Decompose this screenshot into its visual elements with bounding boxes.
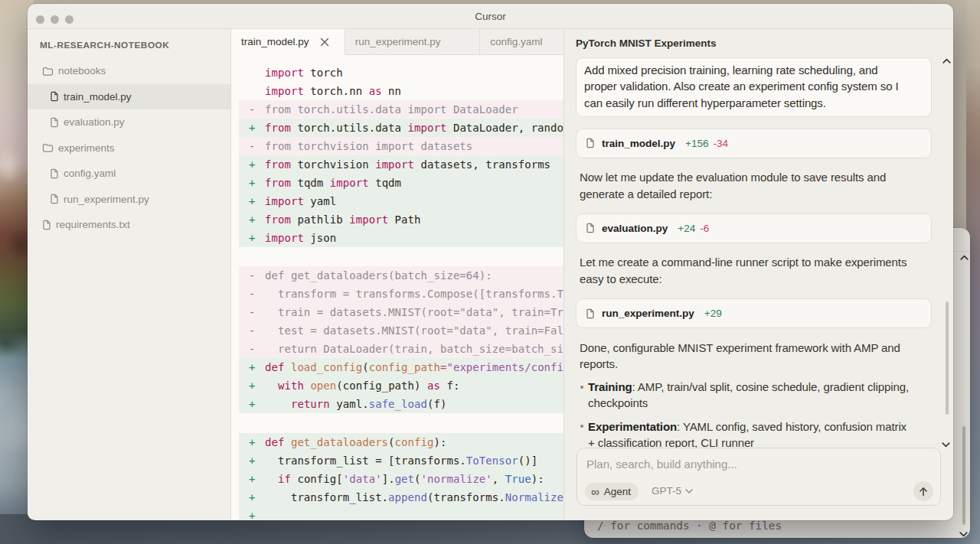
sidebar-item-evaluation-py[interactable]: evaluation.py [28,109,230,135]
file-explorer: ML-RESEARCH-NOTEBOOK notebookstrain_mode… [28,29,231,520]
file-diff-chip-run-experiment-py[interactable]: run_experiment.py+29 [576,298,932,328]
chat-input-box[interactable]: Plan, search, build anything... ∞ Agent … [577,448,941,506]
diff-marker: + [249,210,255,229]
diff-added-line: +def load_config(config_path="experiment… [239,358,564,376]
diff-added-line: + transform_list = [transforms.ToTensor(… [239,451,564,470]
titlebar[interactable]: Cursor [28,4,953,29]
file-icon [586,223,595,233]
code-text: transform = transforms.Compose([transfor… [265,285,564,303]
sidebar-item-experiments[interactable]: experiments [28,135,230,161]
code-text: from torchvision import datasets [265,137,472,155]
chip-filename: evaluation.py [602,223,668,234]
tab-bar: train_model.pyrun_experiment.pyconfig.ya… [231,29,564,55]
sidebar-item-label: notebooks [58,65,106,77]
lines-added-count: +156 [685,138,708,149]
chat-panel: PyTorch MNIST Experiments Add mixed prec… [564,29,953,520]
model-selector[interactable]: GPT-5 [652,485,693,497]
file-diff-chip-train-model-py[interactable]: train_model.py+156-34 [576,129,932,158]
diff-marker: + [249,119,255,137]
code-text: def load_config(config_path="experiments… [265,358,564,376]
assistant-message: Now let me update the evaluation module … [576,169,932,202]
bullet-item: Experimentation: YAML config, saved hist… [576,419,932,448]
diff-removed-line: -from torchvision import datasets [239,137,564,155]
code-text: return DataLoader(train, batch_size=batc… [265,340,564,358]
close-tab-icon[interactable] [320,37,329,47]
chat-title: PyTorch MNIST Experiments [564,29,953,49]
assistant-message: Let me create a command-line runner scri… [576,254,932,287]
diff-marker: - [249,137,255,155]
code-text: from tqdm import tqdm [265,174,401,192]
agent-mode-selector[interactable]: ∞ Agent [585,483,639,500]
infinity-icon: ∞ [591,485,599,498]
code-text: from torchvision import datasets, transf… [265,155,550,174]
file-icon [50,168,59,179]
diff-marker: + [249,155,255,174]
sidebar-item-config-yaml[interactable]: config.yaml [28,161,230,187]
code-text: transform_list.append(transforms.Normali… [265,488,564,507]
tab-train-model-py[interactable]: train_model.py [231,29,345,55]
diff-marker: + [249,488,255,507]
diff-marker: - [249,340,255,358]
code-text: import json [265,229,336,247]
file-icon [586,138,595,148]
file-diff-chip-evaluation-py[interactable]: evaluation.py+24-6 [576,213,932,243]
code-text: test = datasets.MNIST(root="data", train… [265,321,564,340]
diff-marker: - [249,321,255,340]
lines-removed-count: -34 [713,138,728,149]
tab-run-experiment-py[interactable]: run_experiment.py [345,29,481,54]
diff-marker: - [249,266,255,285]
code-text: import torch.nn as nn [265,82,401,100]
chevron-up-icon[interactable] [942,58,951,64]
lines-added-count: +24 [678,223,695,234]
scrollbar-thumb[interactable] [962,426,965,525]
file-icon [50,194,59,204]
diff-removed-line: - train = datasets.MNIST(root="data", tr… [239,303,564,321]
window-content: ML-RESEARCH-NOTEBOOK notebookstrain_mode… [28,29,953,520]
diff-hunk-gap [239,247,564,266]
diff-marker: - [249,285,255,303]
folder-icon [42,142,54,153]
diff-marker: - [249,100,255,119]
chevron-down-icon[interactable] [942,442,950,448]
sidebar-item-train-model-py[interactable]: train_model.py [28,84,230,110]
diff-added-line: +from pathlib import Path [239,210,564,229]
diff-marker: + [249,229,255,247]
chip-filename: train_model.py [602,138,675,149]
file-icon [42,220,51,230]
chevron-up-icon[interactable] [960,255,969,260]
code-text: with open(config_path) as f: [265,376,459,395]
code-text: if config['data'].get('normalize', True)… [265,470,544,488]
diff-hunk-gap [239,413,564,433]
diff-marker: + [249,507,255,520]
scrollbar-thumb[interactable] [946,301,949,415]
sidebar-item-notebooks[interactable]: notebooks [28,58,230,84]
code-text: import yaml [265,192,336,210]
sidebar-item-requirements-txt[interactable]: requirements.txt [28,212,230,238]
diff-added-line: +from torch.utils.data import DataLoader… [239,119,564,137]
sidebar-item-label: requirements.txt [56,219,130,230]
code-text: from torch.utils.data import DataLoader [265,100,518,119]
diff-marker: - [249,303,255,321]
chevron-down-icon[interactable] [959,532,968,537]
file-icon [50,117,59,128]
sidebar-item-label: config.yaml [64,168,116,179]
tab-config-yaml[interactable]: config.yaml [480,29,564,54]
diff-marker: + [249,376,255,395]
diff-added-line: + with open(config_path) as f: [239,376,564,395]
code-text: def get_dataloaders(batch_size=64): [265,266,492,285]
sidebar-item-label: train_model.py [64,91,132,103]
diff-marker: + [249,192,255,210]
lines-added-count: +29 [704,308,722,319]
diff-marker: + [249,433,255,451]
chat-input-placeholder: Plan, search, build anything... [586,458,737,471]
sidebar-item-label: run_experiment.py [64,194,149,205]
sidebar-item-run-experiment-py[interactable]: run_experiment.py [28,187,230,213]
code-area[interactable]: import torchimport torch.nn as nn-from t… [231,55,564,520]
send-button[interactable] [913,481,933,501]
diff-marker: + [249,470,255,488]
diff-added-line: +from tqdm import tqdm [239,174,564,192]
agent-mode-label: Agent [604,486,631,497]
file-icon [586,308,595,319]
code-text: from pathlib import Path [265,210,421,229]
code-text: return yaml.safe_load(f) [265,395,446,413]
